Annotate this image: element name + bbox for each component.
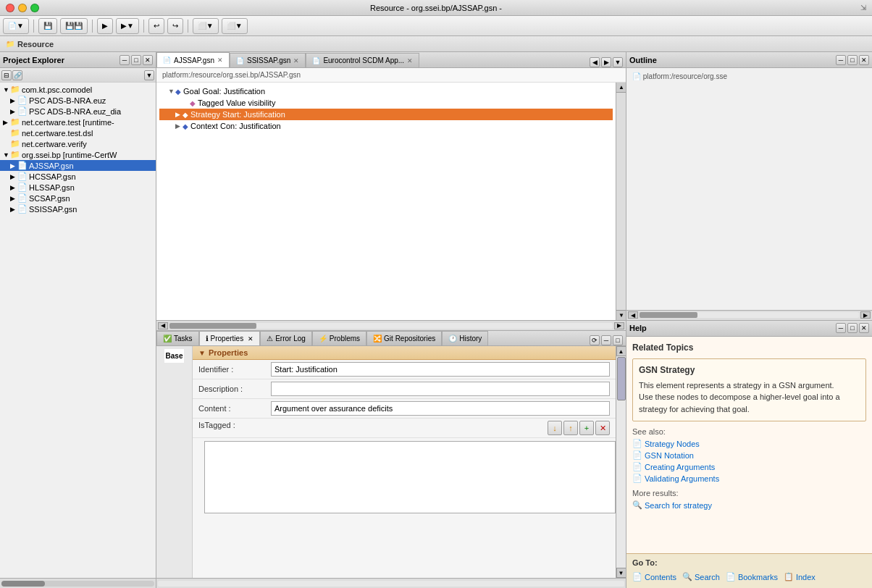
search-strategy-link[interactable]: Search for strategy bbox=[645, 501, 712, 510]
tree-item-psc-euz[interactable]: ▶ 📄 PSC ADS-B-NRA.euz bbox=[0, 95, 156, 106]
explorer-max-btn[interactable]: □ bbox=[131, 55, 141, 65]
editor-scrollbar-h[interactable]: ◀ ▶ bbox=[156, 320, 626, 330]
tab-tasks[interactable]: ✅ Tasks bbox=[156, 331, 199, 345]
props-tab-close[interactable]: ✕ bbox=[248, 335, 253, 343]
tab-history[interactable]: 🕐 History bbox=[442, 331, 488, 345]
explorer-scrollbar-h[interactable] bbox=[0, 578, 156, 588]
scrollbar-thumb[interactable] bbox=[1, 581, 45, 587]
tab-ajssap[interactable]: 📄 AJSSAP.gsn ✕ bbox=[156, 52, 230, 67]
goto-contents[interactable]: 📄 Contents bbox=[632, 572, 676, 581]
tab-properties[interactable]: ℹ Properties ✕ bbox=[199, 331, 261, 345]
help-link-gsn-notation[interactable]: 📄 GSN Notation bbox=[632, 450, 866, 460]
tree-item-hlssap[interactable]: ▶ 📄 HLSSAP.gsn bbox=[0, 182, 156, 193]
help-link-validating-args[interactable]: 📄 Validating Arguments bbox=[632, 474, 866, 483]
new-button[interactable]: 📄▼ bbox=[3, 18, 29, 34]
tree-item-ajssap[interactable]: ▶ 📄 AJSSAP.gsn bbox=[0, 160, 156, 171]
tagged-remove-btn[interactable]: ✕ bbox=[595, 421, 610, 435]
save-all-button[interactable]: 💾💾 bbox=[60, 18, 88, 34]
tab-eurocontrol[interactable]: 📄 Eurocontrol SCDM App... ✕ bbox=[306, 53, 419, 67]
creating-args-link[interactable]: Creating Arguments bbox=[645, 463, 715, 471]
tree-item-net-certware-rt[interactable]: ▶ 📁 net.certware.test [runtime- bbox=[0, 117, 156, 127]
tab-close-eurocontrol[interactable]: ✕ bbox=[407, 57, 413, 64]
scroll-up-btn[interactable]: ▲ bbox=[616, 83, 626, 93]
tagged-down-btn[interactable]: ↓ bbox=[548, 421, 562, 435]
collapse-all-btn[interactable]: ⊟ bbox=[1, 70, 12, 80]
props-scrollbar-h[interactable] bbox=[156, 578, 626, 588]
validating-args-link[interactable]: Validating Arguments bbox=[645, 474, 719, 483]
tree-item-net-verify[interactable]: 📁 net.certware.verify bbox=[0, 138, 156, 149]
bottom-sync-btn[interactable]: ⟳ bbox=[590, 335, 600, 345]
goto-bookmarks[interactable]: 📄 Bookmarks bbox=[726, 572, 778, 581]
tree-item-org-ssei[interactable]: ▼ 📁 org.ssei.bp [runtime-CertW bbox=[0, 149, 156, 160]
tree-item-scsap[interactable]: ▶ 📄 SCSAP.gsn bbox=[0, 193, 156, 203]
help-link-strategy-nodes[interactable]: 📄 Strategy Nodes bbox=[632, 439, 866, 448]
bookmarks-link[interactable]: Bookmarks bbox=[738, 573, 778, 581]
forward-button[interactable]: ↪ bbox=[167, 18, 183, 34]
contents-link[interactable]: Contents bbox=[645, 573, 676, 581]
minimize-button[interactable] bbox=[18, 4, 27, 12]
tree-item-com-kt-psc[interactable]: ▼ 📁 com.kt.psc.comodel bbox=[0, 84, 156, 95]
description-input[interactable] bbox=[271, 382, 610, 396]
scroll-right-btn[interactable]: ▶ bbox=[614, 322, 624, 329]
prop-scroll-thumb[interactable] bbox=[617, 357, 626, 400]
editor-nav-forward-btn[interactable]: ▶ bbox=[601, 57, 611, 67]
gsn-notation-link[interactable]: GSN Notation bbox=[645, 451, 694, 460]
tagged-up-btn[interactable]: ↑ bbox=[563, 421, 578, 435]
save-button[interactable]: 💾 bbox=[38, 18, 57, 34]
help-min-btn[interactable]: ─ bbox=[836, 323, 846, 333]
scroll-thumb-h[interactable] bbox=[169, 323, 256, 329]
explorer-close-btn[interactable]: ✕ bbox=[143, 55, 153, 65]
scroll-left-btn[interactable]: ◀ bbox=[158, 322, 168, 329]
outline-scroll-thumb[interactable] bbox=[640, 312, 697, 318]
explorer-min-btn[interactable]: ─ bbox=[120, 55, 130, 65]
help-link-creating-args[interactable]: 📄 Creating Arguments bbox=[632, 462, 866, 471]
goto-search[interactable]: 🔍 Search bbox=[682, 572, 720, 581]
goto-index[interactable]: 📋 Index bbox=[784, 572, 816, 581]
view-menu-btn[interactable]: ▼ bbox=[144, 70, 154, 80]
link-editor-btn[interactable]: 🔗 bbox=[12, 70, 22, 80]
tab-error-log[interactable]: ⚠ Error Log bbox=[260, 331, 312, 345]
tab-close-ssissap[interactable]: ✕ bbox=[293, 57, 299, 64]
identifier-input[interactable] bbox=[271, 362, 610, 377]
tree-item-ssissap[interactable]: ▶ 📄 SSISSAP.gsn bbox=[0, 203, 156, 214]
properties-scrollbar[interactable]: ▲ ▼ bbox=[616, 346, 626, 578]
outline-close-btn[interactable]: ✕ bbox=[859, 55, 869, 65]
close-button[interactable] bbox=[6, 4, 14, 12]
nav-button[interactable]: ⬜▼ bbox=[193, 18, 219, 34]
search-link[interactable]: Search bbox=[695, 573, 720, 581]
bottom-min-btn[interactable]: ─ bbox=[601, 335, 611, 345]
breadcrumb-label[interactable]: Resource bbox=[17, 40, 54, 49]
prop-scroll-down[interactable]: ▼ bbox=[616, 568, 626, 578]
tree-item-hcssap[interactable]: ▶ 📄 HCSSAP.gsn bbox=[0, 171, 156, 182]
index-link[interactable]: Index bbox=[796, 573, 816, 581]
tree-item-psc-dia[interactable]: ▶ 📄 PSC ADS-B-NRA.euz_dia bbox=[0, 106, 156, 117]
outline-scrollbar-h[interactable]: ◀ ▶ bbox=[626, 310, 872, 320]
tagged-textarea[interactable] bbox=[204, 441, 616, 513]
editor-scrollbar-v[interactable]: ▲ ▼ bbox=[616, 83, 626, 320]
sidebar-base-item[interactable]: Base bbox=[164, 349, 185, 363]
scroll-down-btn[interactable]: ▼ bbox=[616, 310, 626, 320]
outline-scroll-left[interactable]: ◀ bbox=[628, 311, 638, 319]
outline-scroll-right[interactable]: ▶ bbox=[860, 311, 871, 319]
nav2-button[interactable]: ⬜▼ bbox=[222, 18, 248, 34]
strategy-nodes-link[interactable]: Strategy Nodes bbox=[645, 440, 700, 448]
tree-item-net-dsl[interactable]: 📁 net.certware.test.dsl bbox=[0, 127, 156, 138]
tagged-add-btn[interactable]: + bbox=[579, 421, 594, 435]
back-button[interactable]: ↩ bbox=[148, 18, 164, 34]
run-config-button[interactable]: ▶▼ bbox=[116, 18, 139, 34]
editor-tree-item-goal[interactable]: ▼ ◆ Goal Goal: Justification bbox=[159, 85, 613, 97]
editor-tree-item-strategy[interactable]: ▶ ◆ Strategy Start: Justification bbox=[159, 109, 613, 120]
editor-tree-item-context[interactable]: ▶ ◆ Context Con: Justification bbox=[159, 120, 613, 132]
bottom-max-btn[interactable]: □ bbox=[613, 335, 623, 345]
tab-ssissap[interactable]: 📄 SSISSAP.gsn ✕ bbox=[230, 53, 306, 67]
help-max-btn[interactable]: □ bbox=[847, 323, 858, 333]
content-input[interactable] bbox=[271, 401, 610, 416]
tab-git-repos[interactable]: 🔀 Git Repositories bbox=[366, 331, 442, 345]
prop-scroll-up[interactable]: ▲ bbox=[616, 346, 626, 356]
run-button[interactable]: ▶ bbox=[97, 18, 113, 34]
help-search-strategy-item[interactable]: 🔍 Search for strategy bbox=[632, 500, 866, 510]
maximize-button[interactable] bbox=[30, 4, 39, 12]
outline-max-btn[interactable]: □ bbox=[847, 55, 858, 65]
editor-tree-item-tagged[interactable]: ◆ Tagged Value visibility bbox=[159, 97, 613, 109]
tab-close-ajssap[interactable]: ✕ bbox=[217, 56, 223, 64]
